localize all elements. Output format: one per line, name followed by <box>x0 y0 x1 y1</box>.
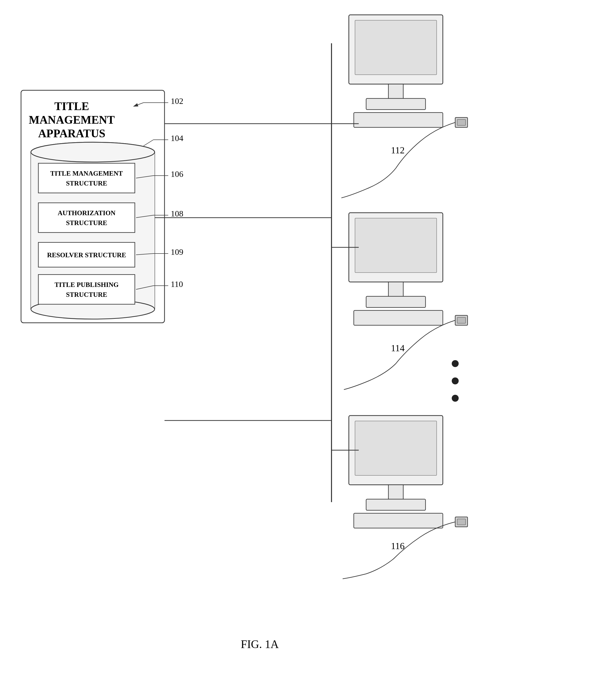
svg-rect-66 <box>388 485 403 500</box>
svg-text:116: 116 <box>391 541 405 551</box>
svg-text:STRUCTURE: STRUCTURE <box>66 180 107 187</box>
svg-rect-44 <box>355 20 437 75</box>
svg-rect-46 <box>366 99 426 110</box>
svg-rect-68 <box>354 513 443 528</box>
svg-text:106: 106 <box>171 169 183 179</box>
svg-rect-53 <box>355 218 437 273</box>
svg-point-61 <box>452 360 459 367</box>
svg-text:MANAGEMENT: MANAGEMENT <box>29 114 115 126</box>
svg-text:RESOLVER STRUCTURE: RESOLVER STRUCTURE <box>47 251 126 259</box>
svg-text:110: 110 <box>171 280 183 289</box>
svg-text:TITLE MANAGEMENT: TITLE MANAGEMENT <box>50 170 123 177</box>
svg-rect-56 <box>354 311 443 325</box>
svg-rect-45 <box>388 84 403 99</box>
svg-rect-22 <box>38 203 135 232</box>
svg-point-62 <box>452 378 459 384</box>
svg-text:TITLE: TITLE <box>54 100 89 113</box>
svg-text:STRUCTURE: STRUCTURE <box>66 219 107 227</box>
svg-text:FIG. 1A: FIG. 1A <box>241 638 279 651</box>
svg-rect-33 <box>38 275 135 304</box>
svg-rect-70 <box>457 519 465 525</box>
svg-text:AUTHORIZATION: AUTHORIZATION <box>58 209 116 217</box>
svg-rect-67 <box>366 499 426 510</box>
svg-rect-58 <box>457 317 465 323</box>
svg-text:102: 102 <box>171 97 183 106</box>
svg-rect-65 <box>355 421 437 475</box>
svg-rect-54 <box>388 282 403 297</box>
svg-text:APPARATUS: APPARATUS <box>38 127 105 140</box>
svg-rect-55 <box>366 296 426 307</box>
svg-text:STRUCTURE: STRUCTURE <box>66 291 107 298</box>
svg-text:114: 114 <box>391 343 405 353</box>
svg-point-12 <box>31 142 155 162</box>
svg-text:108: 108 <box>171 209 183 218</box>
svg-text:109: 109 <box>171 247 183 257</box>
svg-text:TITLE PUBLISHING: TITLE PUBLISHING <box>55 281 119 288</box>
svg-point-63 <box>452 395 459 402</box>
svg-rect-16 <box>38 163 135 193</box>
diagram: TITLE MANAGEMENT APPARATUS 102 104 TITLE… <box>0 0 616 676</box>
svg-rect-49 <box>457 119 465 125</box>
svg-text:104: 104 <box>171 133 183 143</box>
svg-text:112: 112 <box>391 145 405 155</box>
svg-rect-47 <box>354 113 443 127</box>
